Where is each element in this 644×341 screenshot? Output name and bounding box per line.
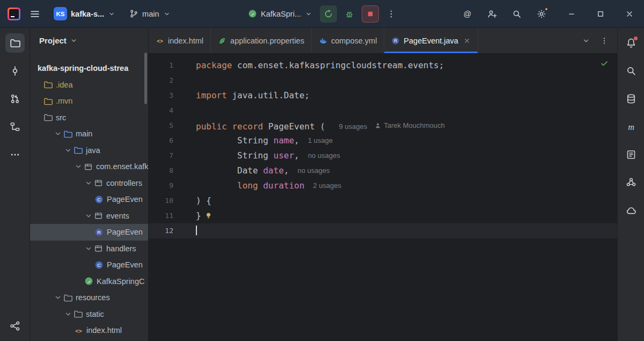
tab-application.properties[interactable]: application.properties	[211, 28, 312, 53]
tree-item-events[interactable]: events	[30, 208, 148, 224]
line-number[interactable]: 1	[149, 58, 173, 73]
cloud-icon	[626, 205, 636, 216]
inspections-ok-icon[interactable]	[600, 59, 609, 68]
tree-item-PageEven[interactable]: CPageEven	[30, 257, 148, 273]
usages-inlay[interactable]: no usages	[308, 148, 340, 163]
tool-button-endpoints[interactable]	[621, 145, 641, 164]
tree-item-kafka-spring-cloud-strea[interactable]: kafka-spring-cloud-strea	[30, 60, 148, 77]
code-line-5[interactable]: 5public record PageEvent ( 9 usagesTarek…	[149, 118, 617, 133]
code-line-9[interactable]: 9 long duration2 usages	[149, 178, 617, 193]
tab-compose.yml[interactable]: compose.yml	[312, 28, 384, 53]
tree-item-controllers[interactable]: controllers	[30, 175, 148, 192]
tree-item-PageEven[interactable]: RPageEven	[30, 224, 148, 241]
code-line-12[interactable]: 12	[149, 223, 617, 238]
line-number[interactable]: 6	[149, 133, 173, 148]
tree-item-.idea[interactable]: .idea	[30, 77, 148, 93]
line-number[interactable]: 7	[149, 148, 173, 163]
stop-button[interactable]	[362, 5, 379, 23]
run-configuration-selector[interactable]: KafkaSpri...	[244, 5, 317, 23]
tree-item-static[interactable]: static	[30, 306, 148, 323]
minimize-button[interactable]	[557, 0, 586, 28]
docker-icon	[319, 37, 327, 45]
chevron-down-icon[interactable]	[64, 146, 72, 155]
code-text: String name,1 usage	[196, 133, 333, 148]
chevron-down-icon[interactable]	[64, 310, 72, 318]
tool-button-project[interactable]	[5, 33, 25, 53]
chevron-down-icon[interactable]	[54, 293, 62, 302]
chevron-down-icon[interactable]	[54, 129, 62, 138]
tree-item-com.enset.kafka[interactable]: com.enset.kafka	[30, 158, 148, 175]
code-line-8[interactable]: 8 Date date,no usages	[149, 163, 617, 178]
tree-item-resources[interactable]: resources	[30, 289, 148, 306]
project-scrollbar-thumb[interactable]	[144, 53, 147, 104]
usages-inlay[interactable]: 1 usage	[308, 133, 333, 148]
line-number[interactable]: 10	[149, 193, 173, 208]
tree-item-src[interactable]: src	[30, 110, 148, 126]
tree-item-main[interactable]: main	[30, 126, 148, 142]
code-line-10[interactable]: 10) {	[149, 193, 617, 208]
branch-selector[interactable]: main	[125, 5, 174, 23]
tree-item-java[interactable]: java	[30, 142, 148, 159]
chevron-down-icon[interactable]	[84, 179, 93, 187]
chevron-down-icon[interactable]	[74, 162, 83, 171]
line-number[interactable]: 8	[149, 163, 173, 178]
code-editor[interactable]: 1package com.enset.kafkaspringcloudstrea…	[149, 54, 617, 341]
tool-button-find[interactable]	[621, 61, 641, 81]
tree-item-index.html[interactable]: <>index.html	[30, 322, 148, 339]
close-tab-icon[interactable]	[463, 37, 471, 45]
tool-button-beans[interactable]	[621, 173, 641, 192]
code-line-2[interactable]: 2	[149, 73, 617, 88]
tab-options-button[interactable]	[597, 33, 612, 48]
line-number[interactable]: 4	[149, 103, 173, 118]
tool-button-notifications[interactable]	[621, 33, 641, 53]
usages-inlay[interactable]: 2 usages	[313, 178, 341, 193]
tool-button-structure[interactable]	[5, 117, 25, 136]
code-line-4[interactable]: 4	[149, 103, 617, 118]
tool-button-version-control[interactable]	[5, 316, 25, 336]
tab-index.html[interactable]: <>index.html	[149, 28, 211, 53]
tree-item-PageEven[interactable]: CPageEven	[30, 191, 148, 208]
main-menu-button[interactable]	[26, 5, 44, 23]
tool-button-maven[interactable]: m	[621, 117, 641, 136]
hidden-tabs-button[interactable]	[579, 33, 594, 48]
code-line-7[interactable]: 7 String user,no usages	[149, 148, 617, 163]
project-panel-header[interactable]: Project	[30, 28, 148, 53]
tab-PageEvent.java[interactable]: RPageEvent.java	[384, 28, 478, 53]
mentions-button[interactable]: @	[458, 5, 477, 23]
tool-button-cloud[interactable]	[621, 201, 641, 220]
line-number[interactable]: 3	[149, 88, 173, 103]
chevron-down-icon[interactable]	[84, 212, 93, 220]
main-area: Project kafka-spring-cloud-strea.idea.mv…	[0, 28, 644, 341]
debug-button[interactable]	[340, 5, 358, 23]
tree-item-.mvn[interactable]: .mvn	[30, 93, 148, 110]
more-run-actions-button[interactable]	[382, 5, 400, 23]
line-number[interactable]: 11	[149, 208, 173, 223]
tree-item-handlers[interactable]: handlers	[30, 241, 148, 257]
code-line-3[interactable]: 3import java.util.Date;	[149, 88, 617, 103]
run-button[interactable]	[320, 5, 337, 23]
code-with-me-button[interactable]	[483, 5, 501, 23]
tool-button-database[interactable]	[621, 89, 641, 108]
line-number[interactable]: 5	[149, 118, 173, 133]
search-everywhere-button[interactable]	[508, 5, 526, 23]
usages-inlay[interactable]: 9 usages	[339, 119, 367, 134]
project-selector[interactable]: KS kafka-s...	[49, 5, 120, 23]
folder-blue-icon	[74, 146, 83, 155]
usages-inlay[interactable]: no usages	[297, 163, 330, 178]
tool-button-commit[interactable]	[5, 61, 25, 81]
intention-bulb-icon[interactable]	[204, 212, 213, 220]
close-button[interactable]	[615, 0, 644, 28]
tree-item-KafkaSpringC[interactable]: KafkaSpringC	[30, 273, 148, 290]
maximize-button[interactable]	[586, 0, 615, 28]
code-line-11[interactable]: 11}	[149, 208, 617, 223]
code-line-1[interactable]: 1package com.enset.kafkaspringcloudstrea…	[149, 58, 617, 73]
chevron-down-icon[interactable]	[84, 244, 93, 253]
tool-button-more-tool-windows[interactable]	[5, 145, 25, 164]
settings-button[interactable]	[532, 5, 551, 23]
line-number[interactable]: 9	[149, 178, 173, 193]
line-number[interactable]: 2	[149, 73, 173, 88]
code-line-6[interactable]: 6 String name,1 usage	[149, 133, 617, 148]
code-author-inlay[interactable]: Tarek Mouchmouch	[375, 118, 444, 133]
tool-button-pull-requests[interactable]	[5, 89, 25, 108]
line-number[interactable]: 12	[149, 223, 173, 238]
